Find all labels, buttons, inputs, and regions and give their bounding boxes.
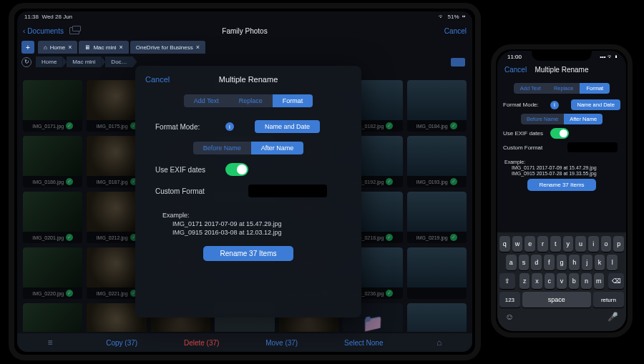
thumbnail-image — [23, 192, 82, 232]
copy-button[interactable]: Copy (37) — [106, 339, 137, 347]
key-n[interactable]: n — [581, 273, 591, 289]
key-f[interactable]: f — [544, 255, 555, 270]
segment-format[interactable]: Format — [273, 94, 313, 107]
crumb-mac-mini[interactable]: Mac mini — [67, 56, 101, 67]
use-exif-toggle[interactable] — [225, 163, 248, 176]
thumbnail-image — [407, 80, 467, 120]
keyboard-row-4: 123 space return — [499, 292, 624, 308]
key-c[interactable]: c — [545, 273, 555, 289]
return-key[interactable]: return — [593, 292, 624, 308]
custom-format-input[interactable] — [567, 142, 618, 152]
key-t[interactable]: t — [550, 236, 561, 252]
key-r[interactable]: r — [537, 236, 548, 252]
key-s[interactable]: s — [519, 255, 530, 270]
thumbnail-item[interactable] — [407, 303, 467, 332]
backspace-key[interactable]: ⌫ — [608, 273, 624, 289]
menu-icon[interactable]: ≡ — [40, 338, 59, 348]
close-icon[interactable]: × — [119, 44, 122, 51]
key-m[interactable]: m — [594, 273, 604, 289]
home-icon[interactable]: ⌂ — [429, 338, 449, 348]
rename-items-button[interactable]: Rename 37 Items — [527, 179, 595, 191]
numbers-key[interactable]: 123 — [499, 292, 520, 308]
space-key[interactable]: space — [522, 292, 591, 308]
info-icon[interactable]: i — [225, 122, 234, 131]
custom-format-row: Custom Format — [155, 185, 341, 197]
close-icon[interactable]: × — [68, 44, 72, 51]
key-x[interactable]: x — [532, 273, 542, 289]
history-icon[interactable]: ↻ — [21, 57, 31, 67]
info-icon[interactable]: i — [550, 101, 559, 109]
thumbnail-item[interactable] — [407, 247, 467, 299]
thumbnail-item[interactable]: IMG_0184.jpg✓ — [407, 80, 467, 132]
thumbnail-item[interactable] — [23, 303, 82, 332]
after-name-button[interactable]: After Name — [251, 142, 304, 154]
use-exif-toggle[interactable] — [550, 128, 569, 139]
custom-format-label: Custom Format — [155, 187, 220, 195]
key-o[interactable]: o — [601, 236, 612, 252]
thumbnail-item[interactable]: IMG_0201.jpg✓ — [23, 192, 82, 243]
key-p[interactable]: p — [613, 236, 624, 252]
custom-format-input[interactable] — [248, 185, 327, 197]
view-mode-icon[interactable] — [451, 58, 465, 67]
before-name-button[interactable]: Before Name — [193, 142, 251, 154]
thumbnail-item[interactable]: IMG_0186.jpg✓ — [23, 136, 82, 187]
iphone-screen: 11:00 ••• ᯤ ▮ Cancel Multiple Rename Add… — [497, 51, 626, 331]
key-g[interactable]: g — [557, 255, 567, 270]
format-mode-value[interactable]: Name and Date — [255, 120, 320, 133]
rename-items-button[interactable]: Rename 37 Items — [203, 246, 294, 261]
thumbnail-caption: IMG_0193.jpg✓ — [407, 176, 467, 187]
thumbnail-image — [23, 247, 82, 287]
key-a[interactable]: a — [506, 255, 517, 270]
tab-onedrive[interactable]: OneDrive for Business × — [130, 41, 205, 54]
segment-replace[interactable]: Replace — [229, 94, 273, 107]
move-button[interactable]: Move (37) — [265, 339, 298, 347]
key-l[interactable]: l — [607, 255, 618, 270]
status-time: 11:00 — [507, 54, 522, 60]
tab-mac-mini[interactable]: 🖥 Mac mini × — [79, 41, 128, 54]
key-y[interactable]: y — [563, 236, 574, 252]
key-z[interactable]: z — [519, 273, 530, 289]
tab-label: Mac mini — [93, 44, 116, 51]
thumbnail-item[interactable]: IMG_0220.jpg✓ — [23, 247, 82, 299]
use-exif-label: Use EXIF dates — [503, 130, 547, 137]
segment-replace[interactable]: Replace — [547, 83, 580, 94]
crumb-home[interactable]: Home — [36, 56, 62, 67]
check-icon: ✓ — [450, 234, 457, 241]
after-name-button[interactable]: After Name — [564, 114, 602, 124]
close-icon[interactable]: × — [196, 44, 200, 51]
modal-title: Multiple Rename — [145, 75, 351, 84]
key-b[interactable]: b — [569, 273, 579, 289]
key-d[interactable]: d — [531, 255, 542, 270]
crumb-doc[interactable]: Doc… — [105, 56, 132, 67]
mic-icon[interactable]: 🎤 — [608, 312, 618, 322]
segment-add-text[interactable]: Add Text — [514, 83, 547, 94]
thumbnail-item[interactable]: IMG_0171.jpg✓ — [23, 80, 82, 132]
thumbnail-item[interactable]: IMG_0193.jpg✓ — [407, 136, 467, 187]
key-q[interactable]: q — [499, 236, 510, 252]
shift-key[interactable]: ⇧ — [499, 273, 515, 289]
select-none-button[interactable]: Select None — [344, 339, 383, 347]
before-name-button[interactable]: Before Name — [521, 114, 564, 124]
segment-format[interactable]: Format — [580, 83, 610, 94]
bottom-toolbar: ≡ Copy (37) Delete (37) Move (37) Select… — [17, 333, 472, 352]
add-tab-button[interactable]: + — [21, 41, 34, 54]
key-w[interactable]: w — [512, 236, 523, 252]
thumbnail-item[interactable]: IMG_0219.jpg✓ — [407, 192, 467, 243]
delete-button[interactable]: Delete (37) — [184, 339, 219, 347]
example-line-1: IMG_0171 2017-07-09 at 15.47.29.jpg — [172, 220, 334, 227]
key-h[interactable]: h — [569, 255, 580, 270]
tab-home[interactable]: ⌂ Home × — [38, 41, 77, 54]
use-exif-row: Use EXIF dates — [155, 163, 341, 176]
example-label: Example: — [162, 212, 334, 219]
key-v[interactable]: v — [557, 273, 567, 289]
format-mode-value[interactable]: Name and Date — [571, 99, 620, 110]
key-u[interactable]: u — [575, 236, 586, 252]
check-icon: ✓ — [450, 178, 457, 185]
key-j[interactable]: j — [582, 255, 592, 270]
emoji-icon[interactable]: ☺ — [505, 312, 514, 322]
thumbnail-caption: IMG_0171.jpg✓ — [23, 120, 82, 132]
key-e[interactable]: e — [525, 236, 535, 252]
key-i[interactable]: i — [588, 236, 599, 252]
segment-add-text[interactable]: Add Text — [184, 94, 229, 107]
key-k[interactable]: k — [595, 255, 605, 270]
